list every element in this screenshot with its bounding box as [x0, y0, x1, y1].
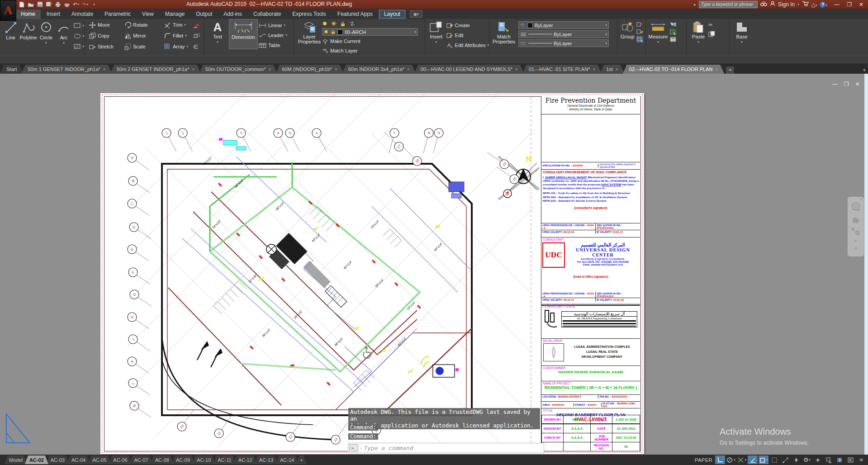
rotate-button[interactable]: Rotate	[124, 21, 164, 29]
layout-tab-ac-13[interactable]: AC-13	[255, 456, 278, 464]
doc-tab[interactable]: 50m 1 GENSET INDOOR_ph1a*×	[21, 65, 112, 74]
arc-button[interactable]: Arc▾	[55, 19, 72, 51]
snap-mode-icon[interactable]: ▾	[726, 456, 736, 464]
paper-model-toggle[interactable]: PAPER	[695, 457, 712, 463]
doc-tab[interactable]: 60M (INDOOR)_ph1b*×	[275, 65, 344, 74]
ribbon-tab-output[interactable]: Output	[190, 9, 218, 19]
create-block-button[interactable]: Create	[446, 21, 489, 29]
open-folder-icon[interactable]	[27, 1, 34, 8]
ribbon-tab-home[interactable]: Home	[15, 9, 41, 19]
qat-customize-icon[interactable]: ▾	[90, 1, 98, 8]
save-as-icon[interactable]	[45, 1, 52, 8]
doc-tab[interactable]: 00---HVAC-00 LEGEND AND SYMBOLS*×	[414, 65, 524, 74]
fullscreen-icon[interactable]	[845, 456, 855, 464]
explode-button[interactable]	[193, 32, 200, 40]
leader-button[interactable]: Leader▾	[259, 31, 287, 39]
make-current-button[interactable]: Make Current	[322, 37, 360, 45]
layout-tab-ac-03[interactable]: AC-03	[46, 456, 69, 464]
dynamic-input-icon[interactable]	[791, 456, 801, 464]
new-layout-button[interactable]: +	[296, 456, 306, 464]
doc-tab-close-icon[interactable]: ×	[103, 67, 106, 72]
copy-clip-icon[interactable]	[708, 31, 715, 37]
osnap-tracking-icon[interactable]	[780, 456, 790, 464]
doc-minimize-button[interactable]: —	[832, 81, 838, 87]
doc-tab[interactable]: 60m INDOOR 3x4_ph1a*×	[342, 65, 416, 74]
restore-button[interactable]: ❐	[847, 1, 852, 8]
doc-tab[interactable]: 02---HVAC-02 TO -014 FLOOR PLAN×	[623, 65, 724, 74]
group-edit-icon[interactable]	[636, 29, 643, 34]
ribbon-tab-express-tools[interactable]: Express Tools	[287, 9, 331, 19]
layer-transfer-icon[interactable]	[349, 21, 355, 27]
undo-icon[interactable]: ↶▾	[72, 1, 80, 8]
doc-tab-close-icon[interactable]: ×	[593, 67, 595, 72]
layout-tab-ac-06[interactable]: AC-06	[109, 456, 132, 464]
lasso-button[interactable]: ∈	[193, 43, 200, 51]
table-button[interactable]: Table	[259, 41, 287, 49]
cut-icon[interactable]: ✂	[708, 22, 715, 28]
canvas-scrollbar[interactable]	[864, 74, 868, 455]
annotation-monitor-icon[interactable]	[824, 456, 834, 464]
layout-tab-ac-12[interactable]: AC-12	[234, 456, 257, 464]
ribbon-tab-annotate[interactable]: Annotate	[66, 9, 99, 19]
paper-space-icon[interactable]	[715, 456, 725, 464]
new-file-icon[interactable]	[18, 1, 25, 8]
doc-tab[interactable]: 50m OUTDOOR_common*×	[199, 65, 277, 74]
edit-block-button[interactable]: Edit	[446, 31, 489, 39]
doc-tab[interactable]: Start	[0, 65, 23, 74]
layer-thaw-icon[interactable]	[331, 21, 337, 27]
object-color-dropdown[interactable]: ByLayer▾	[518, 21, 609, 29]
dimension-button[interactable]: Dimension	[229, 19, 258, 49]
help-icon[interactable]: ?▾	[820, 1, 827, 8]
doc-tab-close-icon[interactable]: ×	[268, 67, 271, 72]
stretch-button[interactable]: Stretch	[89, 43, 124, 51]
select-similar-icon[interactable]	[669, 29, 677, 35]
new-drawing-button[interactable]: +	[726, 66, 734, 74]
lineweight-dropdown[interactable]: ByLayer▾	[518, 30, 609, 38]
command-recent-icon[interactable]: ▾	[360, 446, 362, 450]
layout-tab-ac-07[interactable]: AC-07	[130, 456, 153, 464]
doc-tab[interactable]: 50m 2 GENSET INDOOR_ph1a*×	[110, 65, 201, 74]
pan-hand-icon[interactable]	[851, 215, 861, 224]
layout-tab-ac-11[interactable]: AC-11	[213, 456, 236, 464]
group-selection-icon[interactable]	[636, 36, 643, 43]
layer-on-icon[interactable]	[322, 21, 328, 27]
layout-tab-ac-05[interactable]: AC-05	[88, 456, 111, 464]
isodraft-icon[interactable]	[748, 456, 758, 464]
ellipse-tool-icon[interactable]: ▾	[74, 32, 85, 40]
doc-tab-close-icon[interactable]: ×	[192, 67, 194, 72]
match-layer-button[interactable]: Match Layer	[322, 47, 358, 55]
navbar-close-icon[interactable]: ✕	[859, 197, 863, 201]
polar-tracking-icon[interactable]: ▾	[737, 456, 747, 464]
layer-lock-icon[interactable]	[340, 21, 346, 27]
layout-tab-ac-02[interactable]: AC-02	[25, 456, 48, 464]
doc-restore-button[interactable]: ❐	[844, 81, 849, 87]
linear-dim-button[interactable]: Linear▾	[259, 21, 287, 29]
ungroup-icon[interactable]	[636, 22, 643, 27]
doc-tab[interactable]: 1st×	[600, 65, 625, 74]
erase-button[interactable]	[193, 21, 200, 29]
rectangle-tool-icon[interactable]: ▾	[74, 22, 85, 30]
text-button[interactable]: A Text▾	[207, 19, 228, 49]
doc-tab-close-icon[interactable]: ×	[616, 67, 618, 72]
search-expand-icon[interactable]: ▸	[694, 2, 696, 7]
quick-calc-icon[interactable]	[669, 37, 677, 42]
object-snap-icon[interactable]: ▾	[759, 456, 768, 464]
save-icon[interactable]	[36, 1, 43, 8]
layer-select-dropdown[interactable]: 00-ARCH ▾	[322, 28, 418, 36]
insert-button[interactable]: Insert▾	[428, 19, 445, 49]
navigation-bar[interactable]: ✕ 2D ▾ ⊖	[848, 197, 864, 256]
layout-tab-ac-09[interactable]: AC-09	[171, 456, 194, 464]
navbar-menu-icon[interactable]: ⊖	[854, 246, 858, 251]
command-input-bar[interactable]: >_ ▾ Type a command	[348, 443, 544, 453]
move-button[interactable]: Move	[89, 21, 124, 29]
ribbon-tab-insert[interactable]: Insert	[41, 9, 66, 19]
edit-attributes-button[interactable]: Edit Attributes▾	[446, 41, 489, 49]
graphics-performance-icon[interactable]	[835, 456, 844, 464]
scale-button[interactable]: Scale	[124, 43, 164, 51]
a360-icon[interactable]: △▾	[811, 1, 817, 8]
steering-wheel-2d-icon[interactable]: 2D	[851, 202, 861, 212]
close-button[interactable]: ✕	[859, 1, 863, 8]
zoom-extents-icon[interactable]	[851, 227, 861, 236]
selection-cycling-icon[interactable]	[769, 456, 779, 464]
circle-button[interactable]: Circle▾	[37, 19, 55, 51]
